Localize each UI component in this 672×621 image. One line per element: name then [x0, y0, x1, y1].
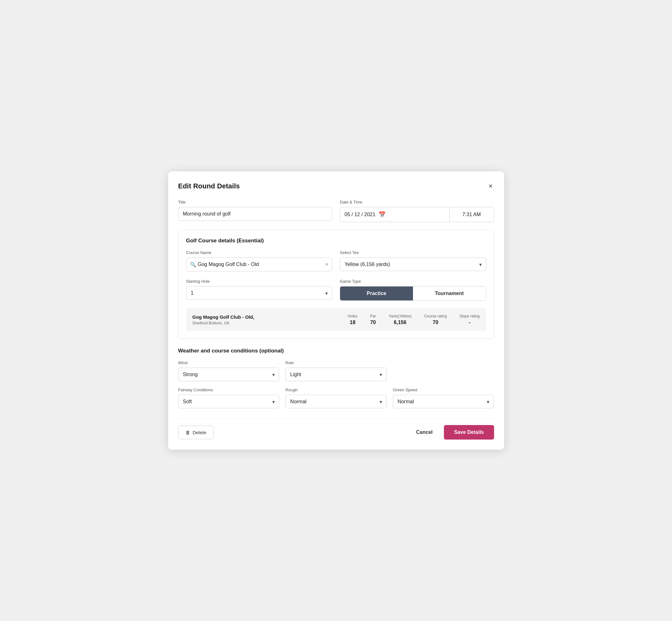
- title-datetime-row: Title Date & Time 05 / 12 / 2021 📅 7:31 …: [178, 200, 494, 222]
- save-button[interactable]: Save Details: [444, 425, 494, 440]
- rough-label: Rough: [286, 387, 386, 392]
- course-rating-label: Course rating: [424, 314, 447, 318]
- slope-rating-label: Slope rating: [459, 314, 479, 318]
- starting-hole-wrapper: 1 ▾: [186, 286, 333, 300]
- starting-hole-dropdown[interactable]: 1: [186, 286, 333, 300]
- rain-wrapper: Light ▾: [286, 368, 386, 381]
- holes-value: 18: [348, 320, 358, 325]
- footer: 🗑 Delete Cancel Save Details: [178, 418, 494, 440]
- date-value: 05 / 12 / 2021: [344, 212, 375, 217]
- fairway-label: Fairway Conditions: [178, 387, 279, 392]
- weather-section-title: Weather and course conditions (optional): [178, 348, 494, 354]
- green-speed-wrapper: Normal ▾: [393, 395, 494, 408]
- course-name-label: Course Name: [186, 250, 333, 255]
- fairway-rough-green-row: Fairway Conditions Soft ▾ Rough Normal ▾: [178, 387, 494, 408]
- delete-label: Delete: [193, 430, 206, 435]
- green-speed-dropdown[interactable]: Normal: [393, 395, 494, 408]
- game-type-toggle: Practice Tournament: [340, 286, 486, 301]
- date-time-container: 05 / 12 / 2021 📅 7:31 AM: [340, 207, 494, 222]
- select-tee-dropdown[interactable]: Yellow (6,156 yards): [340, 257, 486, 271]
- title-label: Title: [178, 200, 333, 204]
- game-type-label: Game Type: [340, 279, 486, 284]
- course-name-display: Gog Magog Golf Club - Old,: [193, 314, 335, 320]
- wind-rain-row: Wind Strong ▾ Rain Light ▾: [178, 360, 494, 381]
- green-speed-group: Green Speed Normal ▾: [393, 387, 494, 408]
- clear-course-button[interactable]: ×: [325, 261, 328, 268]
- starting-hole-label: Starting Hole: [186, 279, 333, 284]
- tournament-button[interactable]: Tournament: [413, 287, 486, 300]
- course-name-input[interactable]: [186, 257, 333, 272]
- game-type-group: Game Type Practice Tournament: [340, 279, 486, 301]
- par-value: 70: [370, 320, 376, 325]
- calendar-icon: 📅: [379, 211, 385, 218]
- yards-stat: Yards(Yellow) 6,156: [389, 314, 412, 325]
- title-group: Title: [178, 200, 333, 222]
- rain-dropdown[interactable]: Light: [286, 368, 386, 381]
- par-stat: Par 70: [370, 314, 376, 325]
- footer-right: Cancel Save Details: [411, 425, 494, 440]
- golf-course-title: Golf Course details (Essential): [186, 238, 486, 244]
- fairway-group: Fairway Conditions Soft ▾: [178, 387, 279, 408]
- rough-dropdown[interactable]: Normal: [286, 395, 386, 408]
- fairway-wrapper: Soft ▾: [178, 395, 279, 408]
- select-tee-group: Select Tee Yellow (6,156 yards) ▾: [340, 250, 486, 272]
- fairway-dropdown[interactable]: Soft: [178, 395, 279, 408]
- course-tee-row: Course Name 🔍 × Select Tee Yellow (6,156…: [186, 250, 486, 272]
- yards-value: 6,156: [389, 320, 412, 325]
- green-speed-label: Green Speed: [393, 387, 494, 392]
- datetime-group: Date & Time 05 / 12 / 2021 📅 7:31 AM: [340, 200, 494, 222]
- course-rating-stat: Course rating 70: [424, 314, 447, 325]
- date-part[interactable]: 05 / 12 / 2021 📅: [340, 207, 450, 222]
- rough-group: Rough Normal ▾: [286, 387, 386, 408]
- title-input[interactable]: [178, 207, 333, 221]
- slope-rating-value: -: [459, 320, 479, 325]
- wind-wrapper: Strong ▾: [178, 368, 279, 381]
- course-location: Shelford Bottom, UK: [193, 321, 335, 325]
- slope-rating-stat: Slope rating -: [459, 314, 479, 325]
- course-name-wrapper: 🔍 ×: [186, 257, 333, 272]
- delete-button[interactable]: 🗑 Delete: [178, 426, 214, 439]
- course-info-name: Gog Magog Golf Club - Old, Shelford Bott…: [193, 314, 335, 325]
- time-part[interactable]: 7:31 AM: [450, 207, 494, 222]
- edit-round-modal: Edit Round Details × Title Date & Time 0…: [168, 171, 504, 450]
- wind-dropdown[interactable]: Strong: [178, 368, 279, 381]
- rain-label: Rain: [286, 360, 386, 365]
- cancel-button[interactable]: Cancel: [411, 426, 437, 438]
- yards-label: Yards(Yellow): [389, 314, 412, 318]
- practice-button[interactable]: Practice: [340, 287, 413, 300]
- par-label: Par: [370, 314, 376, 318]
- trash-icon: 🗑: [185, 430, 190, 435]
- close-button[interactable]: ×: [488, 181, 494, 191]
- wind-group: Wind Strong ▾: [178, 360, 279, 381]
- starting-hole-group: Starting Hole 1 ▾: [186, 279, 333, 301]
- course-rating-value: 70: [424, 320, 447, 325]
- modal-title: Edit Round Details: [178, 182, 240, 190]
- course-info-box: Gog Magog Golf Club - Old, Shelford Bott…: [186, 308, 486, 331]
- golf-course-section: Golf Course details (Essential) Course N…: [178, 230, 494, 339]
- wind-label: Wind: [178, 360, 279, 365]
- holes-stat: Holes 18: [348, 314, 358, 325]
- select-tee-wrapper: Yellow (6,156 yards) ▾: [340, 257, 486, 271]
- holes-label: Holes: [348, 314, 358, 318]
- weather-section: Weather and course conditions (optional)…: [178, 348, 494, 408]
- datetime-label: Date & Time: [340, 200, 494, 204]
- modal-header: Edit Round Details ×: [178, 181, 494, 191]
- search-icon: 🔍: [190, 261, 196, 267]
- select-tee-label: Select Tee: [340, 250, 486, 255]
- rain-group: Rain Light ▾: [286, 360, 386, 381]
- course-name-group: Course Name 🔍 ×: [186, 250, 333, 272]
- rough-wrapper: Normal ▾: [286, 395, 386, 408]
- hole-gametype-row: Starting Hole 1 ▾ Game Type Practice Tou…: [186, 279, 486, 301]
- time-value: 7:31 AM: [462, 212, 481, 217]
